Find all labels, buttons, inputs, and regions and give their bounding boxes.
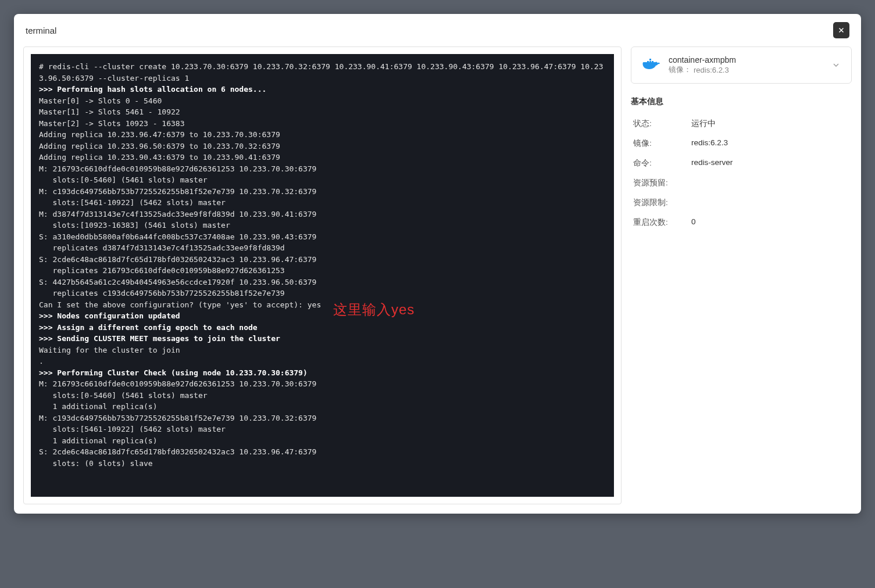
close-button[interactable] (833, 22, 849, 38)
info-row: 重启次数:0 (631, 213, 852, 232)
section-title: 基本信息 (631, 96, 852, 107)
term-line: Adding replica 10.233.90.43:6379 to 10.2… (39, 153, 280, 162)
container-image-line: 镜像：redis:6.2.3 (669, 64, 823, 75)
info-row: 镜像:redis:6.2.3 (631, 134, 852, 153)
term-line: >>> Nodes configuration updated (39, 311, 180, 320)
svg-rect-7 (649, 59, 651, 60)
info-row: 资源预留: (631, 173, 852, 193)
term-line: slots:[5461-10922] (5462 slots) master (39, 425, 226, 433)
terminal-panel: # redis-cli --cluster create 10.233.70.3… (23, 46, 622, 504)
term-line: >>> Performing Cluster Check (using node… (39, 368, 308, 377)
container-name: container-axmpbm (669, 55, 823, 64)
info-row: 命令:redis-server (631, 153, 852, 173)
container-card[interactable]: container-axmpbm 镜像：redis:6.2.3 (631, 46, 852, 84)
container-meta: container-axmpbm 镜像：redis:6.2.3 (669, 55, 823, 75)
term-line: 1 additional replica(s) (39, 402, 158, 411)
docker-icon (642, 56, 660, 74)
term-line: S: 2cde6c48ac8618d7fc65d178bfd0326502432… (39, 255, 316, 264)
term-line: M: 216793c6610dfde0c010959b88e927d626361… (39, 164, 316, 173)
info-value: redis:6.2.3 (691, 138, 728, 149)
info-row: 状态:运行中 (631, 114, 852, 134)
term-line: slots: (0 slots) slave (39, 459, 153, 468)
image-value: redis:6.2.3 (694, 66, 729, 74)
term-line: slots:[5461-10922] (5462 slots) master (39, 198, 226, 207)
info-value: redis-server (691, 158, 733, 168)
info-label: 命令: (633, 158, 691, 168)
term-line: replicates c193dc649756bb753b7725526255b… (39, 289, 285, 297)
term-line: Master[2] -> Slots 10923 - 16383 (39, 119, 184, 128)
info-label: 资源限制: (633, 198, 691, 208)
info-value: 运行中 (691, 119, 716, 129)
side-panel: container-axmpbm 镜像：redis:6.2.3 基本信息 状态:… (631, 46, 852, 504)
term-line: Waiting for the cluster to join (39, 346, 180, 354)
term-line: S: a310ed0dbb5800af0b6a44fc008bc537c3740… (39, 232, 316, 241)
term-line: S: 4427b5645a61c2c49b40454963e56ccdce179… (39, 278, 316, 286)
term-line: M: 216793c6610dfde0c010959b88e927d626361… (39, 379, 316, 388)
close-icon (837, 26, 845, 34)
term-line: slots:[0-5460] (5461 slots) master (39, 175, 208, 184)
annotation-overlay: 这里输入yes (333, 299, 415, 320)
term-line: M: d3874f7d313143e7c4f13525adc33ee9f8fd8… (39, 210, 316, 218)
modal-title: terminal (26, 26, 56, 35)
modal: terminal # redis-cli --cluster create 10… (14, 14, 861, 514)
term-line: # redis-cli --cluster create 10.233.70.3… (39, 62, 603, 83)
info-label: 镜像: (633, 138, 691, 149)
term-line: . (39, 357, 44, 365)
info-label: 状态: (633, 119, 691, 129)
term-line: S: 2cde6c48ac8618d7fc65d178bfd0326502432… (39, 447, 316, 456)
term-line: replicates 216793c6610dfde0c010959b88e92… (39, 266, 285, 275)
terminal[interactable]: # redis-cli --cluster create 10.233.70.3… (31, 54, 614, 497)
term-line: M: c193dc649756bb753b7725526255b81f52e7e… (39, 187, 316, 196)
term-line: Master[1] -> Slots 5461 - 10922 (39, 107, 180, 116)
term-line: >>> Sending CLUSTER MEET messages to joi… (39, 334, 280, 343)
term-line: 1 additional replica(s) (39, 436, 158, 445)
modal-body: # redis-cli --cluster create 10.233.70.3… (14, 46, 861, 514)
term-line: Adding replica 10.233.96.50:6379 to 10.2… (39, 142, 280, 150)
chevron-down-icon (831, 60, 841, 70)
term-line: M: c193dc649756bb753b7725526255b81f52e7e… (39, 414, 316, 422)
term-line: >>> Performing hash slots allocation on … (39, 85, 266, 94)
modal-header: terminal (14, 14, 861, 46)
info-label: 资源预留: (633, 178, 691, 188)
term-line: slots:[10923-16383] (5461 slots) master (39, 221, 230, 230)
term-line: >>> Assign a different config epoch to e… (39, 323, 258, 332)
info-row: 资源限制: (631, 193, 852, 213)
term-line: slots:[0-5460] (5461 slots) master (39, 391, 208, 400)
info-label: 重启次数: (633, 217, 691, 228)
term-line: Adding replica 10.233.96.47:6379 to 10.2… (39, 130, 280, 139)
term-line: Master[0] -> Slots 0 - 5460 (39, 96, 162, 105)
term-line: Can I set the above configuration? (type… (39, 300, 321, 309)
image-prefix: 镜像： (669, 64, 691, 75)
term-line: replicates d3874f7d313143e7c4f13525adc33… (39, 243, 285, 252)
info-value: 0 (691, 217, 696, 228)
